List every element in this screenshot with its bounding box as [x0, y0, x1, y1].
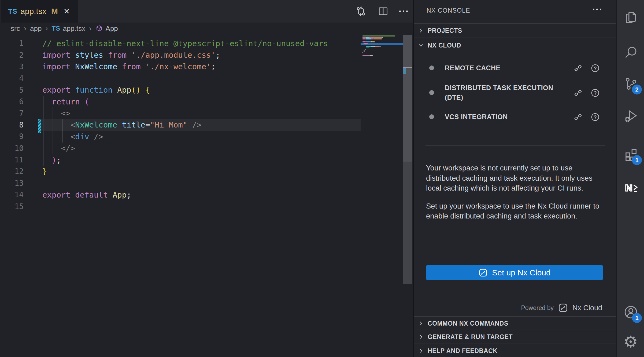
- editor-group: TS app.tsx M ×: [0, 0, 413, 357]
- code-line: 8 <NxWelcome title="Hi Mom" />: [0, 119, 328, 131]
- powered-by: Powered by Nx Cloud: [521, 302, 602, 314]
- connect-icon[interactable]: [573, 88, 583, 99]
- extensions-icon[interactable]: 1: [617, 142, 644, 166]
- breadcrumb-item-app-tsx[interactable]: TSapp.tsx: [52, 24, 86, 33]
- code-line: 13: [0, 177, 328, 189]
- breadcrumb-separator: ›: [24, 24, 26, 33]
- section-projects[interactable]: PROJECTS: [414, 24, 617, 38]
- code-line: 6 return (: [0, 96, 328, 107]
- code-line: 14export default App;: [0, 189, 328, 201]
- code-line: 9 <div />: [0, 131, 328, 142]
- code-line: 3import NxWelcome from './nx-welcome';: [0, 61, 328, 72]
- nx-console-icon[interactable]: [617, 176, 644, 200]
- tab-bar: TS app.tsx M ×: [0, 0, 413, 23]
- modified-badge: M: [51, 7, 58, 16]
- close-icon[interactable]: ×: [64, 6, 69, 16]
- chevron-right-icon: [417, 347, 424, 354]
- status-dot-icon: [429, 90, 434, 95]
- editor-scrollbar[interactable]: [403, 35, 412, 284]
- accounts-badge: 1: [632, 313, 642, 323]
- brand-label: Nx Cloud: [572, 304, 602, 312]
- extensions-badge: 1: [632, 155, 642, 165]
- source-control-badge: 2: [632, 85, 642, 94]
- code-line: 12}: [0, 166, 328, 177]
- section-label: GENERATE & RUN TARGET: [428, 333, 513, 341]
- code-editor[interactable]: 1// eslint-disable-next-line @typescript…: [0, 34, 413, 357]
- code-line: 2import styles from './app.module.css';: [0, 49, 328, 61]
- nx-console-panel: NX CONSOLE PROJECTS NX CLOUD REMOTE CACH…: [413, 0, 616, 357]
- typescript-file-icon: TS: [52, 25, 60, 32]
- run-and-debug-icon[interactable]: [617, 104, 644, 128]
- code-line: 5export function App() {: [0, 84, 328, 96]
- chevron-right-icon: [417, 333, 424, 340]
- help-icon[interactable]: ?: [590, 63, 600, 74]
- open-changes-icon[interactable]: [355, 5, 367, 17]
- code-line: 4: [0, 72, 328, 84]
- nx-cloud-icon: [478, 268, 488, 278]
- breadcrumb: src›app›TSapp.tsx›App: [0, 23, 412, 34]
- section-generate-run-target[interactable]: GENERATE & RUN TARGET: [414, 330, 617, 344]
- split-editor-icon[interactable]: [377, 5, 389, 17]
- powered-by-label: Powered by: [521, 304, 553, 312]
- section-help-and-feedback[interactable]: HELP AND FEEDBACK: [414, 344, 617, 357]
- section-common-nx-commands[interactable]: COMMON NX COMMANDS: [414, 317, 617, 330]
- status-dot-icon: [429, 114, 434, 119]
- setup-nx-cloud-button[interactable]: Set up Nx Cloud: [426, 265, 603, 280]
- editor-actions: [355, 0, 408, 23]
- breadcrumb-item-app[interactable]: App: [95, 24, 118, 33]
- svg-text:?: ?: [594, 66, 597, 71]
- code-line: 11 );: [0, 154, 328, 166]
- tab-title: app.tsx: [20, 7, 46, 16]
- search-icon[interactable]: [617, 40, 644, 64]
- nx-cloud-item-remote-cache: REMOTE CACHE?: [414, 60, 617, 75]
- section-label: COMMON NX COMMANDS: [428, 320, 508, 327]
- breadcrumb-item-src[interactable]: src: [11, 24, 20, 33]
- svg-text:?: ?: [594, 115, 597, 120]
- typescript-file-icon: TS: [8, 7, 17, 16]
- activity-bar: 2 1: [616, 0, 644, 357]
- section-nx-cloud[interactable]: NX CLOUD: [414, 38, 617, 53]
- panel-more-actions-icon[interactable]: [593, 9, 601, 10]
- chevron-down-icon: [417, 42, 424, 49]
- description-paragraph: Your workspace is not currently set up t…: [426, 163, 606, 193]
- nx-cloud-item-label: REMOTE CACHE: [445, 63, 573, 73]
- source-control-icon[interactable]: 2: [617, 72, 644, 96]
- section-label: HELP AND FEEDBACK: [428, 347, 498, 355]
- symbol-class-cube-icon: [95, 25, 103, 32]
- breadcrumb-separator: ›: [89, 24, 91, 33]
- nx-cloud-item-label: VCS INTEGRATION: [445, 112, 573, 122]
- help-icon[interactable]: ?: [590, 88, 600, 99]
- connect-icon[interactable]: [573, 63, 583, 74]
- panel-title: NX CONSOLE: [427, 7, 470, 14]
- code-line: 1// eslint-disable-next-line @typescript…: [0, 38, 328, 49]
- nx-cloud-description: Your workspace is not currently set up t…: [426, 163, 606, 229]
- section-label: NX CLOUD: [428, 42, 461, 49]
- explorer-icon[interactable]: [617, 5, 644, 30]
- code-line: 15: [0, 201, 328, 212]
- accounts-icon[interactable]: 1: [617, 300, 644, 324]
- nx-cloud-item-label: DISTRIBUTED TASK EXECUTION (DTE): [445, 83, 573, 102]
- nx-cloud-item-distributed-task-execution-dte-: DISTRIBUTED TASK EXECUTION (DTE)?: [414, 81, 617, 104]
- vscode-window: TS app.tsx M ×: [0, 0, 644, 357]
- chevron-right-icon: [417, 27, 424, 34]
- overview-ruler-modified-marker: [403, 68, 406, 74]
- nx-cloud-item-vcs-integration: VCS INTEGRATION?: [414, 109, 617, 124]
- breadcrumb-item-app[interactable]: app: [30, 24, 42, 33]
- status-dot-icon: [429, 65, 434, 70]
- code-line: 10 </>: [0, 143, 328, 154]
- description-paragraph: Set up your workspace to use the Nx Clou…: [426, 201, 606, 221]
- more-actions-icon[interactable]: [399, 10, 408, 12]
- chevron-right-icon: [417, 320, 424, 327]
- code-line: 7 <>: [0, 107, 328, 119]
- breadcrumb-separator: ›: [45, 24, 48, 33]
- connect-icon[interactable]: [573, 112, 583, 123]
- minimap[interactable]: [361, 34, 403, 104]
- svg-text:?: ?: [594, 90, 597, 96]
- tab-app-tsx[interactable]: TS app.tsx M ×: [1, 0, 78, 23]
- code-lines: 1// eslint-disable-next-line @typescript…: [0, 38, 328, 212]
- help-icon[interactable]: ?: [590, 112, 600, 123]
- nx-cloud-icon: [558, 303, 568, 313]
- settings-gear-icon[interactable]: ⚙: [617, 330, 644, 354]
- divider: [425, 145, 605, 146]
- section-label: PROJECTS: [428, 27, 462, 34]
